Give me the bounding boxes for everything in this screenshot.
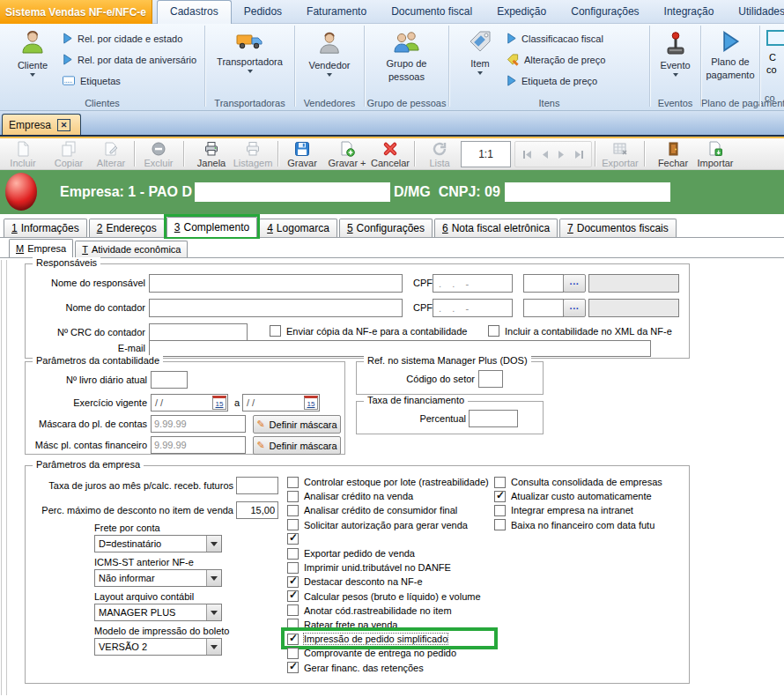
checkbox[interactable] <box>287 619 299 630</box>
mascara-contas-financeiro-input[interactable] <box>151 436 246 454</box>
cancelar-button[interactable]: Cancelar <box>369 139 411 168</box>
checkbox[interactable] <box>287 590 299 602</box>
checkbox[interactable] <box>488 325 499 337</box>
grupo-pessoas-button[interactable]: Grupo de pessoas <box>365 31 448 83</box>
subtab-empresa[interactable]: MEmpresa <box>9 239 73 257</box>
fechar-button[interactable]: Fechar <box>654 139 692 168</box>
first-record-icon[interactable] <box>519 149 536 160</box>
last-record-icon[interactable] <box>571 149 588 160</box>
icms-st-select[interactable]: Não informar <box>94 569 222 587</box>
alterar-button[interactable]: Alterar <box>92 139 130 168</box>
checkbox[interactable] <box>494 477 506 488</box>
exportar-button[interactable]: Exportar <box>599 139 641 168</box>
ribbon-group-label: Plano de pagamento <box>701 98 759 108</box>
tab-logomarca[interactable]: 4Logomarca <box>259 219 337 237</box>
cpf-contador-input[interactable] <box>433 299 513 317</box>
window-tab-empresa[interactable]: Empresa ✕ <box>2 114 81 135</box>
cpf-responsavel-input[interactable] <box>433 274 513 293</box>
ribbon-item-rel-cidade-estado[interactable]: Rel. por cidade e estado <box>62 28 196 49</box>
ribbon-item-classificacao-fiscal[interactable]: Classificacao fiscal <box>506 28 605 49</box>
lookup-code-input[interactable] <box>523 299 564 317</box>
definir-mascara-button[interactable]: ✎ Definir máscara <box>253 415 341 434</box>
importar-button[interactable]: Importar <box>694 139 736 168</box>
cliente-button[interactable]: Cliente <box>7 29 58 77</box>
lookup-ellipsis-button[interactable]: ··· <box>563 299 586 317</box>
close-icon[interactable]: ✕ <box>57 119 70 131</box>
menu-bar: Sistema Vendas NF-e/NFC-e Cadastros Pedi… <box>0 0 784 24</box>
checkbox[interactable] <box>287 634 299 645</box>
checkbox[interactable] <box>287 576 299 588</box>
percentual-input[interactable] <box>469 410 518 427</box>
mascara-plano-contas-input[interactable] <box>151 415 246 433</box>
checkbox[interactable] <box>287 505 299 516</box>
tab-informacoes[interactable]: 1Informações <box>4 219 87 237</box>
ribbon-item-etiqueta-preco[interactable]: Etiqueta de preço <box>506 70 605 92</box>
calendar-icon[interactable]: 15 <box>304 396 318 410</box>
checkbox[interactable] <box>287 519 299 530</box>
menu-tab-cadastros[interactable]: Cadastros <box>157 0 232 24</box>
item-button[interactable]: Item <box>458 29 502 75</box>
checkbox[interactable] <box>287 604 299 616</box>
definir-mascara-button[interactable]: ✎ Definir máscara <box>253 436 341 455</box>
perc-desconto-input[interactable] <box>236 501 278 519</box>
checkbox[interactable] <box>287 648 299 659</box>
menu-tab-configuracoes[interactable]: Configurações <box>558 0 651 24</box>
evento-button[interactable]: Evento <box>650 29 700 77</box>
gravar-mais-button[interactable]: Gravar + <box>325 139 369 168</box>
nome-responsavel-input[interactable] <box>149 274 403 293</box>
checkbox[interactable] <box>494 505 506 516</box>
menu-tab-documento-fiscal[interactable]: Documento fiscal <box>379 0 484 24</box>
nome-contador-input[interactable] <box>149 299 403 317</box>
checkbox[interactable] <box>494 491 506 502</box>
previous-record-icon[interactable] <box>536 149 553 160</box>
exercicio-inicio-datefield[interactable]: / / 15 <box>151 394 228 412</box>
incluir-button[interactable]: Incluir <box>4 139 42 168</box>
menu-tab-faturamento[interactable]: Faturamento <box>294 0 379 24</box>
crc-contador-input[interactable] <box>149 323 248 342</box>
ribbon-item-etiquetas[interactable]: Etiquetas <box>62 70 196 92</box>
checkbox[interactable] <box>287 533 299 545</box>
next-record-icon[interactable] <box>553 149 570 160</box>
gravar-button[interactable]: Gravar <box>283 139 322 168</box>
exercicio-fim-datefield[interactable]: / / 15 <box>242 394 320 412</box>
tab-configuracoes[interactable]: 5Configurações <box>339 219 433 237</box>
janela-button[interactable]: Janela <box>192 139 231 168</box>
copiar-button[interactable]: Copiar <box>49 139 88 168</box>
checkbox[interactable] <box>287 477 299 488</box>
frete-por-conta-select[interactable]: D=destinatário <box>94 535 222 552</box>
lookup-code-input[interactable] <box>523 274 564 293</box>
vendedor-button[interactable]: Vendedor <box>295 31 364 77</box>
taxa-juros-input[interactable] <box>236 477 278 494</box>
listagem-button[interactable]: Listagem <box>231 139 275 168</box>
calendar-icon[interactable]: 15 <box>212 396 226 410</box>
checkbox[interactable] <box>287 548 299 560</box>
app-menu-button[interactable]: Sistema Vendas NF-e/NFC-e <box>0 0 152 24</box>
checkbox[interactable] <box>494 519 506 530</box>
layout-arquivo-contabil-select[interactable]: MANAGER PLUS <box>94 604 222 621</box>
excluir-button[interactable]: Excluir <box>139 139 178 168</box>
livro-diario-input[interactable] <box>151 371 188 389</box>
checkbox-column-right: Consulta consolidada de empresas Atualiz… <box>494 475 662 532</box>
checkbox[interactable] <box>287 562 299 574</box>
tab-nota-fiscal-eletronica[interactable]: 6Nota fiscal eletrônica <box>434 219 558 237</box>
lista-button[interactable]: Lista <box>420 139 459 168</box>
checkbox[interactable] <box>287 491 299 502</box>
subtab-atividade-economica[interactable]: TAtividade econômica <box>75 241 188 257</box>
ribbon-item-alteracao-preco[interactable]: Alteração de preço <box>506 49 605 70</box>
lookup-ellipsis-button[interactable]: ··· <box>563 274 586 293</box>
tab-complemento[interactable]: 3Complemento <box>166 217 257 237</box>
ribbon-item-rel-data-aniversario[interactable]: Rel. por data de aniversário <box>62 49 196 70</box>
plano-pagamento-button[interactable]: Plano de pagamento <box>701 31 759 81</box>
tab-enderecos[interactable]: 2Endereços <box>89 219 165 237</box>
menu-tab-utilidades[interactable]: Utilidades <box>726 0 784 24</box>
menu-tab-pedidos[interactable]: Pedidos <box>232 0 294 24</box>
checkbox[interactable] <box>270 325 281 337</box>
transportadora-button[interactable]: Transportadora <box>205 31 294 73</box>
menu-tab-expedicao[interactable]: Expedição <box>484 0 558 24</box>
checkbox-row: Incluir a contabilidade no XML da NF-e <box>488 325 672 337</box>
menu-tab-integracao[interactable]: Integração <box>652 0 727 24</box>
modelo-boleto-select[interactable]: VERSÃO 2 <box>94 638 222 656</box>
checkbox[interactable] <box>287 662 299 673</box>
tab-documentos-fiscais[interactable]: 7Documentos fiscais <box>559 219 677 237</box>
codigo-setor-input[interactable] <box>478 370 503 388</box>
